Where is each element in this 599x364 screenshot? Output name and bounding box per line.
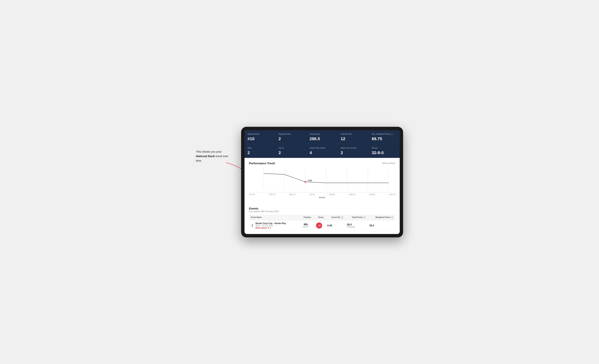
event-score: -22	[313, 220, 326, 231]
x-label-dec23: DEC 23	[289, 194, 295, 195]
stat-national-rank-value: #10	[247, 136, 273, 141]
table-header-row: Event Name Position Score Event SG i Tot…	[249, 215, 395, 220]
event-position: 6th out of 7	[299, 220, 313, 231]
weighted-points-value: 28.3	[369, 224, 393, 227]
stat-record-label: Record	[372, 147, 397, 149]
events-table: Event Name Position Score Event SG i Tot…	[249, 215, 395, 231]
stat-top3s-label: Top 3s	[279, 147, 304, 149]
col-position: Position	[299, 215, 313, 220]
stat-regional-rank: Regional Rank 2	[276, 130, 307, 144]
stat-regional-rank-label: Regional Rank	[279, 133, 304, 135]
x-label-nov23: NOV 23	[269, 194, 275, 195]
stat-record: Record 32-8-0	[369, 144, 400, 158]
event-icon: 🏌	[251, 224, 254, 227]
chart-rank-label: • #10	[307, 179, 312, 182]
stat-scoring-avg-value: 286.5	[310, 136, 335, 141]
tablet-frame: National Rank #10 Regional Rank 2 Scorin…	[241, 127, 403, 237]
stat-total-rounds-value: 12	[341, 136, 366, 141]
info-icon-weighted: i	[390, 133, 393, 135]
x-label-may24: MAY 24	[389, 194, 395, 195]
event-name-cell: 🏌 Buster Cozy Cup – Stroke Play Oct 9 – …	[249, 220, 299, 231]
events-last-updated: Last updated: 24th November 2023	[249, 211, 395, 213]
total-points-value: 28.3	[347, 223, 366, 226]
weighted-points: 28.3	[368, 220, 395, 231]
stat-match-play: Match Play Events 2	[338, 144, 369, 158]
stat-stroke-play: Stroke Play Events 4	[307, 144, 338, 158]
content-area: National Rank #10 Regional Rank 2 Scorin…	[245, 130, 400, 234]
events-title: Events	[249, 207, 395, 210]
stat-national-rank-label: National Rank	[247, 133, 273, 135]
performance-chart: • #10	[249, 168, 395, 192]
position-main: 6th	[300, 223, 311, 226]
stat-regional-rank-value: 2	[279, 136, 304, 141]
tablet-screen: National Rank #10 Regional Rank 2 Scorin…	[245, 130, 400, 234]
chart-container: • #10	[249, 168, 395, 192]
stats-row-2: Wins 2 Top 3s 2 Stroke Play Events 4 M	[245, 144, 400, 158]
stat-total-rounds-label: Total Rounds	[341, 133, 366, 135]
score-badge: -22	[316, 222, 322, 229]
stat-national-rank: National Rank #10	[245, 130, 276, 144]
x-label-jan24: JAN 24	[309, 194, 315, 195]
stat-match-play-label: Match Play Events	[341, 147, 366, 149]
total-points: 28.3 3 Rounds	[345, 220, 368, 231]
stat-scoring-avg: Scoring Avg. 286.5	[307, 130, 338, 144]
total-points-sub: 3 Rounds	[347, 226, 366, 228]
performance-header: Performance Trend National Rank	[249, 162, 395, 165]
event-date: Oct 9 – Oct 10, 2023	[255, 225, 286, 227]
position-sub: out of 7	[300, 226, 311, 228]
stat-match-play-value: 2	[341, 150, 366, 155]
stat-scoring-avg-label: Scoring Avg.	[310, 133, 335, 135]
stats-row-1: National Rank #10 Regional Rank 2 Scorin…	[245, 130, 400, 144]
col-event-name: Event Name	[249, 215, 299, 220]
info-icon-weighted-points: i	[391, 216, 393, 219]
info-icon-total-points: i	[363, 216, 366, 219]
stat-stroke-play-value: 4	[310, 150, 335, 155]
x-label-oct23: OCT 23	[249, 194, 255, 195]
annotation-text: This shows you your National Rank trend …	[196, 149, 234, 163]
stat-wins-value: 2	[247, 150, 273, 155]
stat-wins-label: Wins	[247, 147, 273, 149]
stats-section: National Rank #10 Regional Rank 2 Scorin…	[245, 130, 400, 158]
col-score: Score	[313, 215, 326, 220]
chart-point-dec23	[305, 181, 306, 183]
rank-impact: Rank Impact: 3 ▼	[255, 227, 286, 229]
stat-top3s: Top 3s 2	[276, 144, 307, 158]
event-sg-value: 0.45	[327, 224, 343, 227]
event-sg: 0.45	[326, 220, 345, 231]
event-name: Buster Cozy Cup – Stroke Play	[255, 222, 286, 224]
x-label-feb24: FEB 24	[329, 194, 335, 195]
rank-impact-arrow: ▼	[270, 227, 272, 229]
stat-avg-weighted-label: Avg. Weighted Points i	[372, 133, 397, 135]
stat-stroke-play-label: Stroke Play Events	[310, 147, 335, 149]
performance-label: National Rank	[382, 162, 395, 164]
x-label-apr24: APR 24	[369, 194, 375, 195]
stat-avg-weighted-points: Avg. Weighted Points i 68.75	[369, 130, 400, 144]
chart-axis-label: Months	[249, 196, 395, 201]
stat-total-rounds: Total Rounds 12	[338, 130, 369, 144]
events-section: Events Last updated: 24th November 2023 …	[245, 204, 400, 234]
info-icon-event-sg: i	[341, 216, 343, 219]
stat-wins: Wins 2	[245, 144, 276, 158]
stat-record-value: 32-8-0	[372, 150, 397, 155]
performance-title: Performance Trend	[249, 162, 275, 165]
col-event-sg: Event SG i	[326, 215, 345, 220]
x-label-mar24: MAR 24	[349, 194, 355, 195]
col-total-points: Total Points i	[345, 215, 368, 220]
stat-avg-weighted-value: 68.75	[372, 136, 397, 141]
performance-section: Performance Trend National Rank	[245, 158, 400, 204]
stat-top3s-value: 2	[279, 150, 304, 155]
chart-x-labels: OCT 23 NOV 23 DEC 23 JAN 24 FEB 24 MAR 2…	[249, 192, 395, 196]
table-row: 🏌 Buster Cozy Cup – Stroke Play Oct 9 – …	[249, 220, 395, 231]
col-weighted-points: Weighted Points i	[368, 215, 395, 220]
